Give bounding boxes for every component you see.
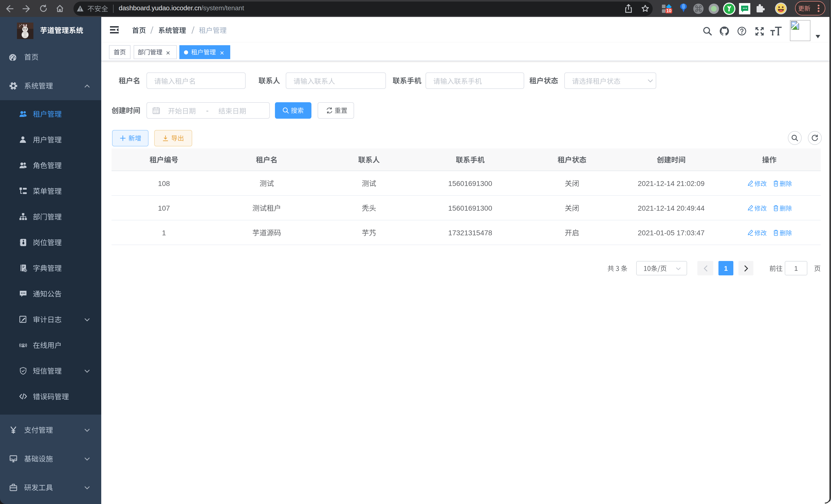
svg-text:10: 10 [666,8,671,13]
